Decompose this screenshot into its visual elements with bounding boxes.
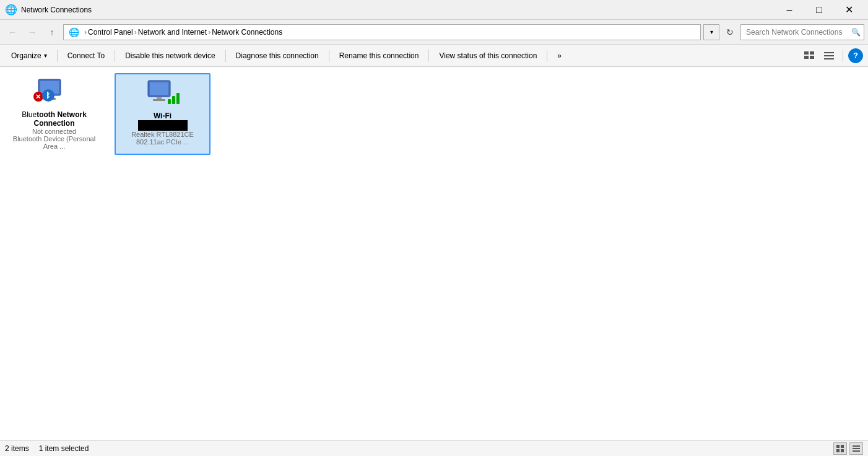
svg-rect-4 (824, 52, 834, 53)
status-view-icon-2 (852, 444, 861, 453)
path-network-internet[interactable]: Network and Internet (138, 28, 207, 37)
path-network-connections[interactable]: Network Connections (212, 28, 282, 37)
svg-rect-3 (810, 56, 814, 59)
svg-rect-15 (168, 99, 171, 104)
wifi-item-name: Wi-Fi (121, 112, 204, 120)
path-separator-3: › (208, 28, 210, 37)
toolbar: Organize ▾ Connect To Disable this netwo… (0, 45, 868, 67)
bluetooth-connection-item[interactable]: ✕ ᛒ Bluetooth Network Connection Not con… (6, 73, 102, 155)
view-options-button[interactable] (801, 47, 818, 64)
minimize-button[interactable]: – (775, 0, 804, 20)
svg-rect-6 (824, 58, 834, 59)
bluetooth-item-desc: Bluetooth Device (Personal Area ... (11, 135, 97, 150)
path-dropdown-button[interactable]: ▾ (703, 24, 719, 40)
toolbar-separator-2 (115, 50, 115, 62)
svg-rect-0 (804, 51, 809, 55)
selected-count: 1 item selected (39, 444, 89, 453)
title-bar: 🌐 Network Connections – □ ✕ (0, 0, 868, 20)
svg-rect-1 (810, 51, 814, 55)
path-separator-1: › (84, 28, 87, 37)
refresh-button[interactable]: ↻ (722, 24, 738, 40)
wifi-icon-wrapper (143, 79, 183, 109)
disable-device-button[interactable]: Disable this network device (119, 47, 221, 64)
bluetooth-item-name: Bluetooth Network Connection (11, 110, 97, 128)
title-bar-icon: 🌐 (5, 4, 17, 15)
toolbar-right: ? (801, 47, 863, 64)
items-area: ✕ ᛒ Bluetooth Network Connection Not con… (0, 67, 868, 161)
toolbar-separator-1 (57, 50, 58, 62)
svg-rect-20 (836, 449, 840, 452)
svg-rect-17 (176, 93, 180, 104)
toolbar-separator-4 (329, 50, 329, 62)
status-view-icon-1 (836, 444, 844, 453)
toolbar-separator-6 (547, 50, 547, 62)
path-separator-2: › (134, 28, 137, 37)
svg-rect-18 (836, 445, 840, 448)
wifi-ssid (138, 120, 188, 131)
status-view-btn-1[interactable] (833, 442, 847, 455)
status-view-btn-2[interactable] (849, 442, 863, 455)
status-bar: 2 items 1 item selected (0, 440, 868, 456)
wifi-item-desc: Realtek RTL8821CE 802.11ac PCIe ... (121, 131, 204, 146)
forward-button[interactable]: → (24, 24, 41, 41)
wifi-item-text: Wi-Fi Realtek RTL8821CE 802.11ac PCIe ..… (121, 112, 204, 146)
diagnose-connection-button[interactable]: Diagnose this connection (230, 47, 325, 64)
svg-rect-24 (853, 450, 860, 452)
svg-rect-23 (853, 448, 860, 449)
maximize-button[interactable]: □ (805, 0, 833, 20)
path-control-panel[interactable]: Control Panel (88, 28, 133, 37)
svg-rect-22 (853, 445, 860, 447)
title-bar-controls: – □ ✕ (775, 0, 863, 20)
svg-rect-2 (804, 56, 809, 59)
search-input[interactable] (740, 24, 864, 40)
back-button[interactable]: ← (4, 24, 21, 41)
rename-connection-button[interactable]: Rename this connection (333, 47, 425, 64)
more-button[interactable]: » (551, 47, 568, 64)
organize-button[interactable]: Organize ▾ (5, 47, 53, 64)
error-badge: ✕ (33, 92, 43, 102)
address-bar: ← → ↑ 🌐 › Control Panel › Network and In… (0, 20, 868, 45)
wifi-connection-item[interactable]: Wi-Fi Realtek RTL8821CE 802.11ac PCIe ..… (115, 73, 210, 155)
connect-to-button[interactable]: Connect To (61, 47, 111, 64)
address-right: ▾ ↻ (703, 24, 738, 40)
svg-rect-16 (172, 96, 175, 104)
toolbar-separator-3 (225, 50, 226, 62)
main-content: ✕ ᛒ Bluetooth Network Connection Not con… (0, 67, 868, 440)
bluetooth-item-text: Bluetooth Network Connection Not connect… (11, 110, 97, 150)
bluetooth-badge: ᛒ (42, 89, 54, 102)
toolbar-separator-7 (843, 50, 843, 62)
toolbar-separator-5 (428, 50, 429, 62)
svg-rect-14 (153, 99, 165, 101)
address-path: 🌐 › Control Panel › Network and Internet… (63, 24, 701, 40)
wifi-computer-icon (143, 79, 183, 109)
details-view-button[interactable] (820, 47, 838, 64)
up-button[interactable]: ↑ (43, 24, 61, 41)
search-wrapper: 🔍 (740, 24, 864, 40)
title-bar-text: Network Connections (21, 6, 775, 14)
view-options-icon (804, 50, 815, 61)
details-view-icon (823, 50, 835, 61)
svg-rect-21 (841, 449, 844, 452)
help-button[interactable]: ? (848, 48, 863, 63)
svg-rect-13 (157, 97, 162, 99)
view-status-button[interactable]: View status of this connection (433, 47, 543, 64)
bluetooth-icon-wrapper: ✕ ᛒ (35, 78, 74, 108)
svg-rect-5 (824, 55, 834, 56)
close-button[interactable]: ✕ (835, 0, 863, 20)
svg-rect-19 (841, 445, 844, 448)
status-right (833, 442, 863, 455)
bluetooth-item-status: Not connected (11, 128, 97, 135)
item-count: 2 items (5, 444, 29, 453)
svg-rect-12 (150, 82, 168, 95)
